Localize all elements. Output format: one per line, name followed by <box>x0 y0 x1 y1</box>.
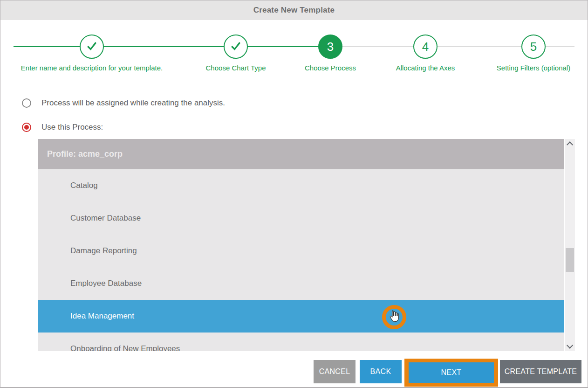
process-item-employee-database[interactable]: Employee Database <box>38 267 564 300</box>
cancel-button[interactable]: CANCEL <box>314 360 356 383</box>
process-item-customer-database[interactable]: Customer Database <box>38 202 564 235</box>
process-list-scrollbar[interactable] <box>565 139 575 351</box>
step-5-label: Setting Filters (optional) <box>497 64 570 72</box>
check-icon <box>85 39 99 55</box>
step-1-circle <box>80 35 104 59</box>
radio-selected-icon[interactable] <box>22 123 31 132</box>
option-use-process-label: Use this Process: <box>41 123 103 132</box>
process-item-onboarding[interactable]: Onboarding of New Employees <box>38 333 564 351</box>
radio-dot <box>24 125 29 130</box>
process-item-catalog[interactable]: Catalog <box>38 169 564 202</box>
step-1-label: Enter name and description for your temp… <box>21 64 163 72</box>
step-3-label: Choose Process <box>305 64 356 72</box>
step-4-label: Allocating the Axes <box>396 64 455 72</box>
scroll-up-button[interactable] <box>565 140 575 148</box>
step-5-number: 5 <box>530 40 537 54</box>
create-template-dialog: Create New Template 3 4 5 Enter name and… <box>0 0 588 388</box>
radio-unselected-icon[interactable] <box>22 98 31 108</box>
chevron-down-icon <box>567 342 573 349</box>
step-2-circle <box>224 35 248 59</box>
chevron-up-icon <box>567 141 573 148</box>
option-assign-later-label: Process will be assigned while creating … <box>41 98 225 108</box>
scrollbar-thumb[interactable] <box>566 248 574 272</box>
step-5-circle: 5 <box>521 35 546 59</box>
step-4-number: 4 <box>422 40 429 54</box>
annotation-highlight-next: NEXT <box>404 359 498 387</box>
stepper-line-completed <box>14 46 332 47</box>
back-button[interactable]: BACK <box>360 360 402 383</box>
option-assign-later[interactable]: Process will be assigned while creating … <box>22 98 225 108</box>
process-item-damage-reporting[interactable]: Damage Reporting <box>38 235 564 267</box>
scroll-down-button[interactable] <box>565 342 575 350</box>
step-4-circle: 4 <box>413 35 438 59</box>
process-list: Profile: acme_corp Catalog Customer Data… <box>38 139 564 351</box>
dialog-title: Create New Template <box>253 6 335 15</box>
check-icon <box>229 39 243 55</box>
step-3-circle: 3 <box>318 35 342 59</box>
step-3-number: 3 <box>327 40 334 54</box>
process-list-group-header: Profile: acme_corp <box>38 139 564 169</box>
create-template-button[interactable]: CREATE TEMPLATE <box>500 360 581 383</box>
option-use-process[interactable]: Use this Process: <box>22 123 103 132</box>
next-button[interactable]: NEXT <box>409 362 494 383</box>
process-item-idea-management[interactable]: Idea Management <box>38 300 564 333</box>
dialog-title-bar: Create New Template <box>0 0 588 20</box>
step-2-label: Choose Chart Type <box>206 64 266 72</box>
